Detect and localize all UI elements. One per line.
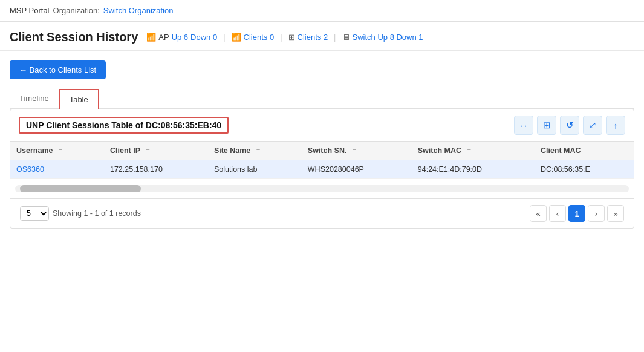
cell-client-ip: 172.25.158.170 (104, 160, 208, 179)
tabs-container: Timeline Table (10, 89, 634, 109)
first-page-button[interactable]: « (530, 205, 547, 222)
cell-switch-sn: WHS20280046P (302, 160, 412, 179)
scroll-area[interactable]: Username ≡ Client IP ≡ Site Name ≡ Switc… (10, 142, 634, 179)
ap-up: Up 6 (172, 33, 188, 42)
expand-button[interactable]: ⤢ (583, 116, 602, 135)
org-label: Organization: (53, 6, 100, 15)
page-size-select[interactable]: 5102050 (20, 206, 49, 221)
divider1: | (223, 33, 225, 42)
top-nav: MSP Portal Organization: Switch Organiza… (0, 0, 644, 22)
showing-text: Showing 1 - 1 of 1 records (53, 209, 141, 218)
clients0-label: Clients 0 (244, 33, 275, 42)
username-link[interactable]: OS6360 (16, 165, 44, 174)
tab-timeline[interactable]: Timeline (10, 89, 59, 108)
switch-label: Switch Up 8 Down 1 (353, 33, 423, 42)
pagination-bar: 5102050 Showing 1 - 1 of 1 records « ‹ 1… (10, 198, 634, 228)
refresh-icon: ↺ (566, 120, 574, 131)
table-section: UNP Client Sessions Table of DC:08:56:35… (10, 109, 634, 229)
table-title: UNP Client Sessions Table of DC:08:56:35… (19, 117, 229, 134)
col-username: Username ≡ (10, 142, 104, 160)
page-title: Client Session History (10, 30, 138, 44)
header-row: Username ≡ Client IP ≡ Site Name ≡ Switc… (10, 142, 634, 160)
page-1-button[interactable]: 1 (568, 205, 585, 222)
table-head: Username ≡ Client IP ≡ Site Name ≡ Switc… (10, 142, 634, 160)
switch-org-link[interactable]: Switch Organization (103, 6, 174, 15)
col-switch-mac: Switch MAC ≡ (412, 142, 535, 160)
col-filter-icon: ≡ (467, 147, 470, 154)
back-to-clients-button[interactable]: ← Back to Clients List (10, 60, 106, 79)
tab-table[interactable]: Table (59, 89, 99, 109)
col-client-ip: Client IP ≡ (104, 142, 208, 160)
page-size-area: 5102050 Showing 1 - 1 of 1 records (20, 206, 141, 221)
col-filter-icon: ≡ (59, 147, 62, 154)
table-actions: ↔ ⊞ ↺ ⤢ ↑ (514, 116, 625, 135)
columns-icon: ⊞ (543, 120, 551, 131)
ap-label: AP (158, 33, 169, 42)
prev-page-button[interactable]: ‹ (549, 205, 566, 222)
grid-icon: ⊞ (288, 33, 295, 42)
col-client-mac: Client MAC (535, 142, 634, 160)
switch-icon: 🖥 (342, 33, 350, 42)
cell-client-mac: DC:08:56:35:E (535, 160, 634, 179)
page-header: Client Session History 📶 AP Up 6 Down 0 … (0, 22, 644, 51)
table-header: UNP Client Sessions Table of DC:08:56:35… (10, 109, 634, 142)
status-bar: 📶 AP Up 6 Down 0 | 📶 Clients 0 | ⊞ Clien… (146, 33, 423, 42)
scroll-bar-area[interactable] (10, 179, 634, 198)
content-area: ← Back to Clients List Timeline Table UN… (0, 51, 644, 238)
signal-icon: 📶 (232, 33, 241, 42)
expand-icon: ⤢ (589, 120, 597, 131)
col-filter-icon: ≡ (146, 147, 149, 154)
columns-button[interactable]: ⊞ (537, 116, 556, 135)
table-body: OS6360 172.25.158.170 Solutions lab WHS2… (10, 160, 634, 179)
cell-username: OS6360 (10, 160, 104, 179)
upload-button[interactable]: ↑ (606, 116, 625, 135)
msp-portal-label: MSP Portal (10, 6, 50, 15)
col-switch-sn: Switch SN. ≡ (302, 142, 412, 160)
resize-button[interactable]: ↔ (514, 116, 533, 135)
data-table: Username ≡ Client IP ≡ Site Name ≡ Switc… (10, 142, 634, 179)
scroll-thumb[interactable] (20, 185, 141, 192)
resize-icon: ↔ (519, 120, 529, 131)
divider3: | (334, 33, 336, 42)
cell-site-name: Solutions lab (208, 160, 302, 179)
upload-icon: ↑ (613, 120, 618, 131)
last-page-button[interactable]: » (607, 205, 624, 222)
cell-switch-mac: 94:24:E1:4D:79:0D (412, 160, 535, 179)
next-page-button[interactable]: › (588, 205, 605, 222)
switch-status: 🖥 Switch Up 8 Down 1 (342, 33, 423, 42)
col-site-name: Site Name ≡ (208, 142, 302, 160)
divider2: | (280, 33, 282, 42)
table-row[interactable]: OS6360 172.25.158.170 Solutions lab WHS2… (10, 160, 634, 179)
horizontal-scrollbar[interactable] (15, 185, 629, 192)
page-nav: « ‹ 1 › » (530, 205, 624, 222)
col-filter-icon: ≡ (256, 147, 260, 154)
ap-status: 📶 AP Up 6 Down 0 (146, 33, 217, 42)
refresh-button[interactable]: ↺ (560, 116, 579, 135)
clients2-label: Clients 2 (298, 33, 328, 42)
col-filter-icon: ≡ (353, 147, 356, 154)
clients2-status: ⊞ Clients 2 (288, 33, 328, 42)
ap-down: Down 0 (190, 33, 217, 42)
wifi-icon: 📶 (146, 33, 156, 42)
clients0-status: 📶 Clients 0 (232, 33, 275, 42)
